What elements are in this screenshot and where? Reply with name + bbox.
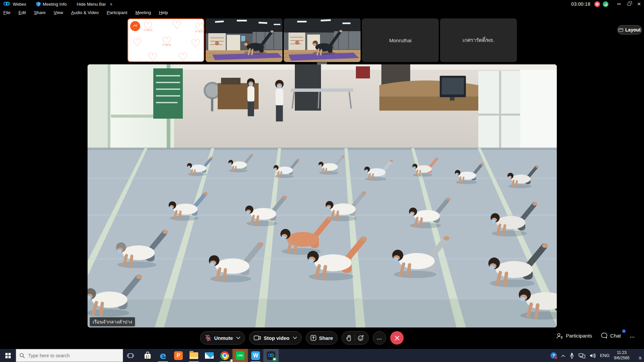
camera-icon bbox=[254, 335, 261, 341]
volume-tray-icon[interactable] bbox=[590, 353, 596, 358]
close-x-icon bbox=[394, 336, 399, 341]
microphone-muted-icon bbox=[205, 335, 211, 341]
video-thumbnail-active-speaker[interactable]: ♡กำลังใจ ♡ ♡กำลังใจ ♡ ♡กำลังใจ ♡ ♡ ♡ bbox=[127, 18, 204, 62]
task-view-icon bbox=[127, 353, 134, 359]
meeting-control-bar: Unmute Stop video bbox=[0, 331, 644, 347]
ellipsis-icon: … bbox=[377, 335, 383, 341]
meeting-info-button[interactable]: Meeting Info bbox=[36, 2, 67, 7]
close-button[interactable]: ✕ bbox=[634, 0, 644, 8]
system-tray: ? bbox=[550, 349, 644, 362]
windows-logo-icon bbox=[5, 353, 10, 358]
taskbar-clock[interactable]: 11:23 9/6/2565 bbox=[614, 350, 630, 361]
more-panels-button[interactable]: … bbox=[630, 333, 635, 339]
participant-name: Monruthai bbox=[362, 18, 439, 62]
raise-hand-button[interactable] bbox=[346, 335, 352, 341]
hide-menu-bar-button[interactable]: Hide Menu Bar ∧ bbox=[77, 2, 113, 7]
chat-notification-badge bbox=[622, 329, 626, 333]
active-video-name-label: เรือนจำกลางลำปาง bbox=[90, 317, 135, 326]
restore-button[interactable] bbox=[624, 0, 634, 8]
p-app-icon[interactable]: P bbox=[171, 349, 186, 362]
share-screen-icon bbox=[310, 335, 316, 341]
menu-help[interactable]: Help bbox=[159, 10, 168, 15]
chevron-down-icon bbox=[293, 337, 297, 339]
video-thumbnail-instructor-1[interactable] bbox=[206, 18, 282, 62]
stop-video-button[interactable]: Stop video bbox=[249, 331, 302, 345]
unmute-button[interactable]: Unmute bbox=[200, 331, 245, 345]
main-video[interactable]: เรือนจำกลางลำปาง bbox=[88, 64, 557, 327]
menu-view[interactable]: View bbox=[54, 10, 63, 15]
ellipsis-icon: … bbox=[630, 333, 635, 339]
chat-bubble-icon bbox=[601, 333, 607, 339]
participant-filmstrip: ♡กำลังใจ ♡ ♡กำลังใจ ♡ ♡กำลังใจ ♡ ♡ ♡ bbox=[127, 18, 517, 62]
instructor-video-frame-2 bbox=[284, 18, 361, 62]
layout-grid-icon bbox=[619, 28, 623, 32]
titlebar: Webex Meeting Info Hide Menu Bar ∧ 03:00… bbox=[0, 0, 644, 8]
clock-time: 11:23 bbox=[614, 350, 630, 356]
file-explorer-icon[interactable] bbox=[186, 349, 202, 362]
chat-button[interactable]: Chat bbox=[601, 333, 621, 339]
shared-content-badge-icon bbox=[130, 21, 140, 31]
instructor-video-frame bbox=[206, 18, 282, 62]
menu-meeting[interactable]: Meeting bbox=[136, 10, 151, 15]
video-thumbnail-instructor-2[interactable] bbox=[284, 18, 361, 62]
action-center-icon[interactable]: 5 bbox=[634, 353, 641, 359]
more-options-button[interactable]: … bbox=[373, 331, 386, 345]
leave-meeting-button[interactable] bbox=[390, 331, 404, 345]
chevron-up-icon: ∧ bbox=[110, 2, 113, 6]
video-thumbnail-kesararat[interactable]: เกศรารัตติ์/พธ. bbox=[440, 18, 517, 62]
titlebar-right: 03:00:18 ✕ bbox=[571, 0, 644, 8]
language-indicator[interactable]: ENG bbox=[600, 353, 609, 358]
microphone-tray-icon[interactable] bbox=[570, 353, 574, 359]
clock-date: 9/6/2565 bbox=[614, 356, 630, 361]
menu-file[interactable]: File bbox=[3, 10, 10, 15]
webex-logo-icon bbox=[3, 2, 10, 6]
connection-quality-icon bbox=[603, 1, 608, 7]
microsoft-store-icon[interactable] bbox=[140, 349, 155, 362]
edge-icon[interactable]: e bbox=[155, 349, 171, 362]
recording-indicator-icon bbox=[594, 1, 600, 7]
taskbar-search[interactable] bbox=[16, 349, 123, 362]
reactions-pill bbox=[342, 331, 369, 345]
participant-name: เกศรารัตติ์/พธ. bbox=[440, 18, 517, 62]
video-scene-illustration bbox=[88, 64, 557, 327]
network-tray-icon[interactable] bbox=[579, 353, 585, 358]
task-view-button[interactable] bbox=[123, 349, 138, 362]
search-input[interactable] bbox=[28, 353, 112, 358]
titlebar-left: Webex Meeting Info Hide Menu Bar ∧ bbox=[0, 2, 113, 7]
notification-count-badge: 5 bbox=[638, 356, 642, 360]
share-button[interactable]: Share bbox=[306, 331, 338, 345]
menu-edit[interactable]: Edit bbox=[18, 10, 26, 15]
video-thumbnail-monruthai[interactable]: Monruthai bbox=[362, 18, 439, 62]
mail-icon[interactable] bbox=[202, 349, 217, 362]
chrome-icon[interactable] bbox=[217, 349, 232, 362]
search-icon bbox=[19, 353, 25, 358]
windows-taskbar: e P LINE W ? bbox=[0, 349, 644, 362]
line-app-icon[interactable]: LINE bbox=[232, 349, 248, 362]
reactions-button[interactable] bbox=[358, 335, 364, 341]
webex-taskbar-icon[interactable] bbox=[263, 349, 279, 362]
menu-audio-video[interactable]: Audio & Video bbox=[71, 10, 99, 15]
minimize-button[interactable] bbox=[614, 0, 624, 8]
raised-hand-icon bbox=[346, 335, 352, 341]
app-name: Webex bbox=[13, 2, 26, 7]
smiley-plus-icon bbox=[358, 335, 364, 341]
start-button[interactable] bbox=[0, 349, 16, 362]
webex-meeting-window: Webex Meeting Info Hide Menu Bar ∧ 03:00… bbox=[0, 0, 644, 362]
pinned-apps: e P LINE W bbox=[140, 349, 279, 362]
layout-button[interactable]: Layout bbox=[617, 25, 642, 35]
control-buttons: Unmute Stop video bbox=[200, 331, 404, 345]
tray-expand-icon[interactable] bbox=[561, 355, 565, 357]
menu-bar: File Edit Share View Audio & Video Parti… bbox=[0, 8, 644, 17]
meeting-stage: Layout ♡กำลังใจ ♡ ♡กำลังใจ ♡ ♡กำลังใจ ♡ … bbox=[0, 17, 644, 349]
menu-share[interactable]: Share bbox=[34, 10, 46, 15]
participants-button[interactable]: Participants bbox=[556, 333, 592, 339]
chevron-down-icon bbox=[236, 337, 240, 339]
participants-icon bbox=[556, 333, 563, 339]
help-tray-icon[interactable]: ? bbox=[550, 352, 557, 359]
menu-participant[interactable]: Participant bbox=[107, 10, 127, 15]
webex-camera-badge bbox=[273, 357, 276, 361]
w-app-icon[interactable]: W bbox=[248, 349, 263, 362]
meeting-timer: 03:00:18 bbox=[571, 1, 590, 7]
shield-icon bbox=[36, 2, 41, 7]
panel-buttons: Participants Chat … bbox=[556, 333, 635, 339]
